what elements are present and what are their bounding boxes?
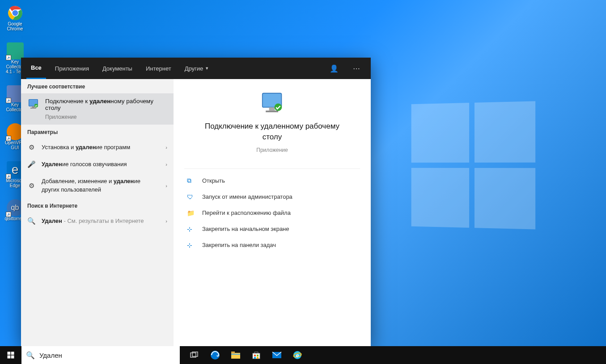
search-preview-column: Подключение к удаленному рабочему столу … [174,79,371,346]
svg-rect-23 [254,357,256,359]
search-input[interactable] [39,351,175,359]
chevron-right-icon: › [165,218,167,224]
result-text: Установка и удаление программ [42,143,159,151]
search-body: Лучшее соответствие Подключение к удален… [21,79,371,346]
start-button[interactable] [0,346,21,364]
microphone-icon: 🎤 [27,160,35,168]
more-options-icon[interactable]: ⋯ [347,64,365,73]
desktop-icon-chrome[interactable]: Google Chrome [3,4,27,31]
svg-point-1 [12,10,18,16]
chevron-right-icon: › [165,183,167,188]
svg-rect-22 [257,355,259,356]
shield-icon: 🛡 [187,193,195,201]
gear-icon: ⚙ [27,143,35,151]
svg-rect-3 [32,106,35,108]
section-best-match: Лучшее соответствие [21,79,174,93]
result-text: Удален - См. результаты в Интернете [42,217,159,225]
open-icon: ⧉ [187,177,195,184]
result-text: Удаление голосов озвучивания [42,160,159,168]
tab-internet[interactable]: Интернет [141,58,176,79]
search-tabs: Все Приложения Документы Интернет Другие… [21,58,371,79]
taskbar-mail[interactable] [267,346,287,364]
svg-rect-8 [266,111,278,113]
section-web: Поиск в Интернете [21,198,174,213]
svg-rect-18 [231,351,235,353]
pin-icon: ⊹ [187,242,195,249]
action-label: Закрепить на начальном экране [202,226,289,232]
taskview-button[interactable] [184,346,205,364]
wallpaper-windows-logo [411,101,535,230]
tab-more[interactable]: Другие▼ [180,58,214,79]
gear-icon: ⚙ [27,182,35,190]
svg-rect-10 [8,352,11,355]
svg-rect-7 [269,107,275,110]
search-icon: 🔍 [27,217,35,225]
action-pin-start[interactable]: ⊹ Закрепить на начальном экране [184,221,360,237]
action-pin-taskbar[interactable]: ⊹ Закрепить на панели задач [184,237,360,253]
action-label: Перейти к расположению файла [202,209,291,216]
folder-icon: 📁 [187,209,195,217]
preview-rdp-icon [184,92,360,114]
chrome-icon [7,4,24,21]
action-open-file-location[interactable]: 📁 Перейти к расположению файла [184,205,360,221]
svg-point-9 [274,104,282,111]
section-settings: Параметры [21,125,174,139]
search-icon: 🔍 [26,351,35,360]
best-match-title: Подключение к удаленному рабочему столу [45,98,167,111]
chevron-right-icon: › [165,162,167,167]
preview-actions: ⧉ Открыть 🛡 Запуск от имени администрато… [184,168,360,253]
svg-rect-20 [253,353,260,359]
result-uninstall-programs[interactable]: ⚙ Установка и удаление программ › [21,139,174,156]
app-icon: ↗ [7,42,24,59]
action-label: Закрепить на панели задач [202,242,276,248]
tab-all[interactable]: Все [26,58,46,79]
result-web-search[interactable]: 🔍 Удален - См. результаты в Интернете › [21,213,174,230]
svg-point-5 [34,104,38,107]
tab-documents[interactable]: Документы [98,58,137,79]
action-label: Открыть [202,177,225,184]
action-open[interactable]: ⧉ Открыть [184,172,360,189]
rdp-icon [27,98,40,110]
pin-icon: ⊹ [187,226,195,233]
svg-rect-21 [254,355,256,356]
search-panel: Все Приложения Документы Интернет Другие… [21,58,371,346]
chevron-right-icon: › [165,145,167,150]
svg-rect-17 [231,353,240,359]
result-remove-voices[interactable]: 🎤 Удаление голосов озвучивания › [21,156,174,173]
desktop-icon-label: Google Chrome [3,21,27,31]
search-results-column: Лучшее соответствие Подключение к удален… [21,79,174,346]
result-text: Добавление, изменение и удаление других … [42,177,159,193]
chevron-down-icon: ▼ [205,66,209,71]
taskbar-store[interactable] [246,346,267,364]
tab-apps[interactable]: Приложения [51,58,93,79]
svg-rect-13 [11,356,14,359]
svg-rect-19 [231,354,240,355]
best-match-subtitle: Приложение [45,114,167,120]
taskbar-search-box[interactable]: 🔍 [21,346,180,364]
taskbar-ie[interactable]: e [287,346,308,364]
action-run-as-admin[interactable]: 🛡 Запуск от имени администратора [184,189,360,205]
svg-text:e: e [296,352,299,359]
svg-rect-11 [11,352,14,355]
best-match-result[interactable]: Подключение к удаленному рабочему столу … [21,93,174,125]
svg-rect-12 [8,356,11,359]
taskbar: 🔍 e [0,346,606,364]
action-label: Запуск от имени администратора [202,193,292,200]
taskbar-edge[interactable] [205,346,225,364]
feedback-icon[interactable]: 👤 [325,64,343,73]
windows-icon [7,351,15,359]
svg-rect-4 [30,108,36,109]
taskbar-explorer[interactable] [225,346,246,364]
svg-rect-24 [257,357,259,359]
preview-title: Подключение к удаленному рабочему столу [184,121,360,142]
result-manage-users[interactable]: ⚙ Добавление, изменение и удаление други… [21,173,174,198]
preview-subtitle: Приложение [184,147,360,153]
